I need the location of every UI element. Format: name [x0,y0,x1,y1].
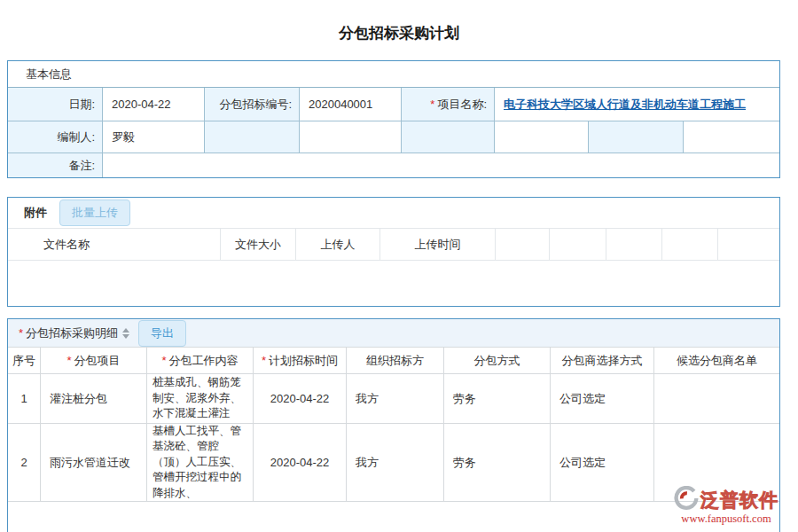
required-mark: * [430,98,434,111]
table-cell: 基槽人工找平、管基浇砼、管腔（顶）人工压实、管槽开挖过程中的降排水、 [147,424,254,502]
table-cell: 我方 [347,374,444,424]
empty-value-cell [300,121,402,153]
empty-value-cell [684,121,779,153]
col-selection-method: 分包商选择方式 [551,348,654,374]
col-organizing-party: 组织招标方 [347,348,444,374]
table-cell: 灌注桩分包 [41,374,147,424]
project-name-cell: 电子科技大学区域人行道及非机动车道工程施工 [495,88,779,121]
basic-info-section: 基本信息 日期: 2020-04-22 分包招标编号: 2020040001 *… [7,60,780,178]
export-button[interactable]: 导出 [138,320,186,347]
col-seq: 序号 [8,348,41,374]
empty-column [662,229,718,260]
empty-column [550,229,606,260]
detail-table: 序号 *分包项目 *分包工作内容 *计划招标时间 组织招标方 分包方式 分包商选… [8,348,779,502]
table-cell: 公司选定 [551,374,654,424]
brand-logo: 泛普软件 www.fanpusoft.com [660,486,793,526]
project-name-label: * 项目名称: [402,88,495,121]
detail-title: 分包招标采购明细 [26,325,118,341]
attachments-title: 附件 [24,205,47,221]
date-value: 2020-04-22 [103,88,205,121]
table-cell [654,374,779,424]
attachments-empty-body [8,261,779,306]
remark-value [103,153,779,177]
table-cell: 雨污水管道迁改 [41,424,147,502]
project-name-link[interactable]: 电子科技大学区域人行道及非机动车道工程施工 [504,97,746,113]
col-planned-bid-time: *计划招标时间 [254,348,347,374]
table-cell: 劳务 [444,374,551,424]
required-mark: * [19,326,23,340]
table-cell: 桩基成孔、钢筋笼制安、泥浆外弃、水下混凝土灌注 [147,374,254,424]
empty-column [496,229,550,260]
empty-label-cell [402,121,495,153]
table-cell: 2 [8,424,41,502]
brand-name: 泛普软件 [700,488,778,512]
remark-label: 备注: [8,153,103,177]
compiler-label: 编制人: [8,121,103,153]
file-size-column: 文件大小 [221,229,296,260]
attachments-section: 附件 批量上传 文件名称 文件大小 上传人 上传时间 [7,197,780,307]
page-title: 分包招标采购计划 [0,0,798,41]
bid-no-value: 2020040001 [300,88,402,121]
brand-logo-icon [674,486,699,513]
required-mark: * [262,354,266,367]
required-mark: * [161,354,166,367]
empty-column [718,229,779,260]
sort-icon[interactable] [122,328,129,339]
detail-header: * 分包招标采购明细 导出 [8,319,779,348]
col-candidate-list: 候选分包商名单 [654,348,779,374]
table-cell: 2020-04-22 [254,424,347,502]
table-cell: 劳务 [444,424,551,502]
basic-info-title: 基本信息 [26,66,72,82]
basic-info-header: 基本信息 [8,61,779,88]
compiler-value: 罗毅 [103,121,205,153]
batch-upload-button[interactable]: 批量上传 [59,200,130,226]
col-work-content: *分包工作内容 [147,348,254,374]
empty-label-cell [589,121,684,153]
attachments-table-header: 文件名称 文件大小 上传人 上传时间 [8,228,779,261]
empty-value-cell [495,121,589,153]
col-subcontract-project: *分包项目 [41,348,147,374]
uploader-column: 上传人 [296,229,380,260]
brand-website: www.fanpusoft.com [660,512,793,526]
bid-no-label: 分包招标编号: [205,88,300,121]
table-cell: 我方 [347,424,444,502]
empty-column [606,229,662,260]
attachments-header: 附件 批量上传 [8,198,779,228]
empty-label-cell [205,121,300,153]
date-label: 日期: [8,88,103,121]
table-cell: 公司选定 [551,424,654,502]
required-mark: * [66,354,71,367]
file-name-column: 文件名称 [8,229,221,260]
table-cell: 1 [8,374,41,424]
table-cell: 2020-04-22 [254,374,347,424]
upload-time-column: 上传时间 [380,229,496,260]
col-subcontract-method: 分包方式 [444,348,551,374]
basic-info-grid: 日期: 2020-04-22 分包招标编号: 2020040001 * 项目名称… [8,88,779,177]
